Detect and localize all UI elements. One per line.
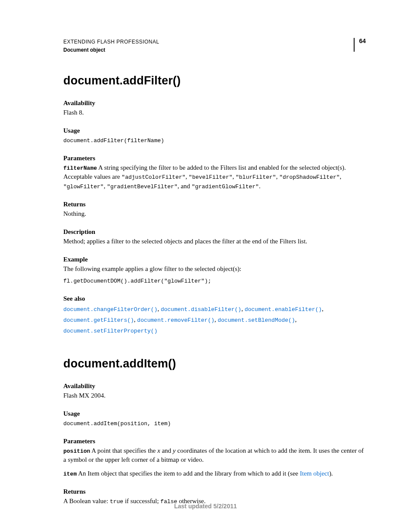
api-title-addfilter: document.addFilter() — [63, 74, 366, 87]
header-doc-title: EXTENDING FLASH PROFESSIONAL — [63, 38, 159, 46]
param-item-text: item An Item object that specifies the i… — [63, 469, 366, 479]
link-setblendmode[interactable]: document.setBlendMode() — [218, 317, 295, 324]
availability-text-2: Flash MX 2004. — [63, 391, 366, 401]
label-parameters-2: Parameters — [63, 438, 366, 445]
label-parameters: Parameters — [63, 155, 366, 162]
description-text: Method; applies a filter to the selected… — [63, 237, 366, 246]
label-availability: Availability — [63, 100, 366, 107]
param-position-text: position A point that specifies the x an… — [63, 446, 366, 465]
running-header: EXTENDING FLASH PROFESSIONAL Document ob… — [63, 38, 366, 54]
page-number: 64 — [354, 38, 366, 52]
parameters-text: filterName A string specifying the filte… — [63, 163, 366, 192]
page-footer: Last updated 5/2/2011 — [0, 503, 411, 510]
link-setfilterproperty[interactable]: document.setFilterProperty() — [63, 328, 157, 334]
label-returns-2: Returns — [63, 488, 366, 495]
label-seealso: See also — [63, 295, 366, 302]
label-example: Example — [63, 256, 366, 263]
link-removefilter[interactable]: document.removeFilter() — [137, 317, 214, 324]
label-usage-2: Usage — [63, 410, 366, 417]
link-disablefilter[interactable]: document.disableFilter() — [161, 306, 241, 313]
returns-text: Nothing. — [63, 209, 366, 219]
link-changefilterorder[interactable]: document.changeFilterOrder() — [63, 306, 157, 313]
link-getfilters[interactable]: document.getFilters() — [63, 317, 134, 324]
param-position: position — [63, 448, 90, 454]
param-filtername: filterName — [63, 165, 97, 171]
example-code: fl.getDocumentDOM().addFilter("glowFilte… — [63, 277, 366, 286]
header-left: EXTENDING FLASH PROFESSIONAL Document ob… — [63, 38, 159, 54]
api-title-additem: document.addItem() — [63, 357, 366, 370]
label-description: Description — [63, 228, 366, 236]
availability-text: Flash 8. — [63, 108, 366, 118]
param-item: item — [63, 471, 77, 477]
label-availability-2: Availability — [63, 383, 366, 390]
link-item-object[interactable]: Item object — [300, 470, 329, 477]
usage-code: document.addFilter(filterName) — [63, 137, 366, 145]
page-container: EXTENDING FLASH PROFESSIONAL Document ob… — [0, 0, 411, 532]
seealso-links: document.changeFilterOrder(), document.d… — [63, 304, 366, 336]
label-returns: Returns — [63, 201, 366, 208]
link-enablefilter[interactable]: document.enableFilter() — [245, 306, 322, 313]
header-section-title: Document object — [63, 46, 159, 54]
usage-code-2: document.addItem(position, item) — [63, 420, 366, 428]
label-usage: Usage — [63, 127, 366, 134]
example-text: The following example applies a glow fil… — [63, 264, 366, 274]
